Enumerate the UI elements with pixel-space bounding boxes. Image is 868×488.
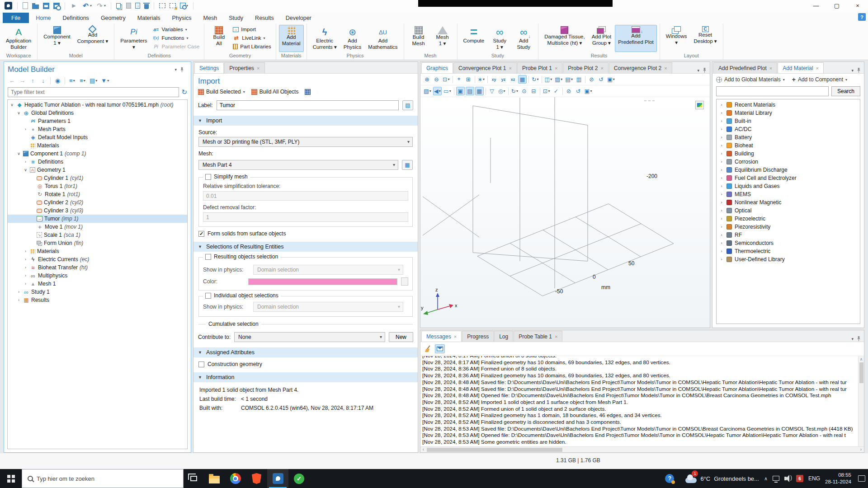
menu-tab[interactable]: Home [30,12,57,23]
contribute-to-dropdown[interactable]: None [234,332,385,342]
twisty-icon[interactable]: › [719,168,724,172]
pin-icon[interactable] [180,67,184,73]
part-libraries-button[interactable]: Part Libraries [233,42,271,51]
material-search-input[interactable] [716,86,829,96]
panel-menu-caret-icon[interactable]: ▾ [175,67,177,72]
zoom-selected-icon[interactable]: ▾ [179,3,189,9]
table-icon[interactable]: ▥ [575,75,583,84]
component-1-button[interactable]: Component1 ▾ [40,25,73,52]
twisty-icon[interactable]: › [719,103,724,107]
add-component-button[interactable]: AddComponent ▾ [74,25,111,52]
menu-tab[interactable]: Physics [166,12,197,23]
reset-desktop-button[interactable]: ResetDesktop ▾ [690,25,720,52]
copy-icon[interactable] [115,3,123,9]
add-plot-group-button[interactable]: Add PlotGroup ▾ [589,25,614,52]
zoom-extents-icon[interactable]: ⌖ [455,75,463,84]
build-extra-icon[interactable] [305,89,311,95]
material-category[interactable]: ›Thermoelectric [717,247,860,255]
close-tab-icon[interactable]: × [769,66,772,71]
help-tray-icon[interactable]: ? [665,474,674,483]
tree-item[interactable]: Torus 1(tor1) [8,182,187,190]
tab[interactable]: Log [494,331,513,342]
tree-item[interactable]: ›Definitions [8,158,187,166]
menu-tab[interactable]: Materials [132,12,166,23]
task-view-button[interactable] [184,469,203,488]
material-category[interactable]: ›Piezoresistivity [717,223,860,231]
view-yz-icon[interactable]: yz [499,75,508,84]
material-category[interactable]: ›Optical [717,206,860,215]
twisty-icon[interactable]: › [719,208,724,213]
twisty-icon[interactable]: › [719,127,724,131]
tree-item[interactable]: Scale 1(sca 1) [8,231,187,239]
graphics-canvas[interactable]: -200 50 0 -50 mm z x y [420,97,710,328]
material-category[interactable]: ›Liquids and Gases [717,182,860,190]
hide-selected-icon[interactable]: ⊘ [565,87,573,95]
vertical-scrollbar[interactable]: ∧ [858,356,864,446]
tab[interactable]: Probe Table 1× [514,331,562,342]
duplicate-icon[interactable] [134,3,141,9]
tree-item[interactable]: ›Materials [8,247,187,255]
start-button[interactable] [0,469,22,488]
material-category[interactable]: ›Corrosion [717,158,860,166]
perspective-icon[interactable]: ▦ [518,75,527,84]
twisty-icon[interactable]: ∨ [16,151,21,156]
pin-icon[interactable] [857,336,861,342]
twisty-icon[interactable]: › [719,135,724,140]
zoom-in-icon[interactable]: ⊕ [423,75,431,84]
view-xy-icon[interactable]: xy [490,75,498,84]
menu-tab[interactable]: Geometry [95,12,132,23]
twisty-icon[interactable]: › [719,192,724,197]
material-rendering-icon[interactable]: ◎▾ [497,87,506,95]
tab[interactable]: Settings [194,62,224,73]
collapse-refresh-icon[interactable]: ↻ [181,88,187,96]
mesh-1-button[interactable]: Mesh1 ▾ [431,25,454,52]
material-category[interactable]: ›Equilibrium Discharge [717,166,860,174]
menu-tab[interactable]: Developer [280,12,317,23]
select-objects-icon[interactable]: ⊡▾ [542,87,551,95]
functions-button[interactable]: Functions▾ [153,34,200,42]
color-picker-button[interactable] [401,277,408,286]
print-icon[interactable]: ⊟ [529,87,538,95]
help-button[interactable]: ? [858,13,866,21]
twisty-icon[interactable]: › [23,160,28,164]
build-all-button[interactable]: BuildAll [207,25,231,52]
add-study-button[interactable]: AddStudy [512,25,535,52]
twisty-icon[interactable]: › [719,225,724,229]
close-tab-icon[interactable]: × [257,66,259,71]
resulting-objects-checkbox[interactable] [205,254,211,260]
close-button[interactable]: × [847,0,868,11]
variables-button[interactable]: Variables▾ [153,25,200,33]
close-tab-icon[interactable]: × [555,334,557,339]
damaged-tissue-multislice-button[interactable]: Damaged Tissue,Multislice (ht) ▾ [541,25,588,52]
electric-currents-button[interactable]: ElectricCurrents ▾ [310,25,340,52]
go-forward-icon[interactable]: → [18,76,27,85]
build-all-objects-button[interactable]: Build All Objects [251,89,299,95]
material-category[interactable]: ›Semiconductors [717,239,860,247]
view-xz-icon[interactable]: xz [509,75,517,84]
section-import[interactable]: ▼Import [193,116,418,126]
tab[interactable]: Progress [462,331,494,342]
menu-tab[interactable]: Mesh [198,12,223,23]
collapse-all-icon[interactable]: ≡▾ [68,76,76,85]
build-selected-button[interactable]: Build Selected▾ [198,89,245,95]
tree-item[interactable]: ›Electric Currents(ec) [8,255,187,263]
tab[interactable]: Add Material× [778,62,824,73]
twisty-icon[interactable]: ∨ [16,111,21,115]
individual-objects-checkbox[interactable] [205,293,211,299]
language-indicator[interactable]: ENG [808,475,820,482]
twisty-icon[interactable]: › [719,151,724,156]
twisty-icon[interactable]: › [719,143,724,148]
close-tab-icon[interactable]: × [664,66,667,71]
panel-menu-caret-icon[interactable]: ▾ [851,68,854,73]
material-category[interactable]: ›Piezoelectric [717,215,860,223]
twisty-icon[interactable]: › [16,290,21,294]
tree-item[interactable]: Form Union(fin) [8,239,187,247]
new-button[interactable]: New [389,332,413,342]
tree-item[interactable]: Rotate 1(rot1) [8,190,187,198]
simplify-mesh-checkbox[interactable] [205,174,211,180]
tree-item[interactable]: ›Study 1 [8,288,187,296]
build-mesh-button[interactable]: BuildMesh [407,25,430,52]
material-category[interactable]: ›MEMS [717,190,860,198]
twisty-icon[interactable]: › [23,249,28,253]
twisty-icon[interactable]: › [23,273,28,278]
